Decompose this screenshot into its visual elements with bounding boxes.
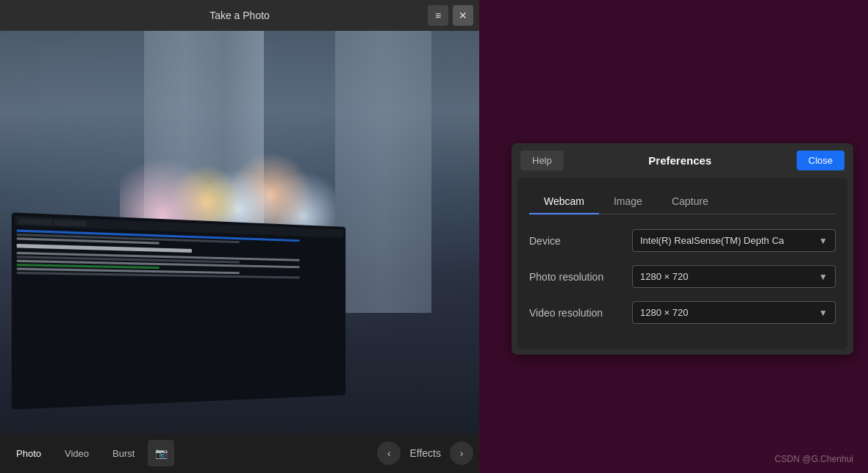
- computer-screen-prop: [11, 212, 345, 409]
- preferences-body: Webcam Image Capture Device Intel(R) Rea…: [517, 178, 847, 349]
- window-title: Take a Photo: [209, 10, 270, 21]
- camera-window: Take a Photo ≡ ✕: [0, 0, 479, 473]
- curtain-right: [335, 31, 431, 313]
- screen-content: [11, 212, 345, 409]
- title-bar-controls: ≡ ✕: [428, 5, 473, 26]
- tab-video[interactable]: Video: [54, 444, 99, 463]
- device-value: Intel(R) RealSense(TM) Depth Ca: [640, 235, 784, 246]
- screen-tab: [54, 219, 86, 225]
- screen-heading: [16, 244, 191, 253]
- camera-icon-button[interactable]: 📷: [148, 440, 174, 466]
- camera-preview: [0, 31, 479, 433]
- chevron-right-icon: ›: [460, 447, 464, 459]
- camera-toolbar: Photo Video Burst 📷 ‹ Effects ›: [0, 433, 479, 473]
- photo-resolution-label: Photo resolution: [529, 271, 632, 283]
- preferences-header: Help Preferences Close: [512, 143, 853, 178]
- tab-photo[interactable]: Photo: [6, 444, 51, 463]
- camera-feed: [0, 31, 479, 433]
- menu-button[interactable]: ≡: [428, 5, 448, 26]
- next-effects-button[interactable]: ›: [450, 441, 473, 465]
- photo-resolution-value: 1280 × 720: [640, 271, 688, 282]
- help-button[interactable]: Help: [520, 151, 564, 170]
- preferences-tabs: Webcam Image Capture: [529, 189, 836, 214]
- preferences-panel: Help Preferences Close Webcam Image Capt…: [512, 143, 853, 355]
- device-label: Device: [529, 235, 632, 247]
- video-resolution-label: Video resolution: [529, 307, 632, 319]
- device-row: Device Intel(R) RealSense(TM) Depth Ca ▼: [529, 229, 836, 252]
- preferences-title: Preferences: [570, 154, 791, 167]
- chevron-down-icon: ▼: [819, 272, 828, 282]
- effects-label: Effects: [403, 447, 447, 459]
- camera-icon: 📷: [155, 447, 168, 459]
- tab-burst[interactable]: Burst: [102, 444, 145, 463]
- csdn-watermark: CSDN @G.Chenhui: [775, 454, 853, 464]
- preferences-close-button[interactable]: Close: [797, 151, 844, 170]
- chevron-down-icon: ▼: [819, 308, 828, 318]
- tab-capture[interactable]: Capture: [657, 189, 723, 214]
- screen-text-area: [15, 228, 343, 406]
- photo-resolution-select[interactable]: 1280 × 720 ▼: [632, 265, 836, 288]
- chevron-left-icon: ‹: [387, 447, 391, 459]
- video-resolution-select[interactable]: 1280 × 720 ▼: [632, 301, 836, 324]
- video-resolution-value: 1280 × 720: [640, 307, 688, 318]
- tab-image[interactable]: Image: [599, 189, 657, 214]
- chevron-down-icon: ▼: [819, 236, 828, 246]
- prev-effects-button[interactable]: ‹: [377, 441, 401, 465]
- screen-tab: [18, 217, 52, 224]
- close-window-button[interactable]: ✕: [453, 5, 473, 26]
- title-bar: Take a Photo ≡ ✕: [0, 0, 479, 31]
- tab-webcam[interactable]: Webcam: [529, 189, 599, 214]
- video-resolution-row: Video resolution 1280 × 720 ▼: [529, 301, 836, 324]
- photo-resolution-row: Photo resolution 1280 × 720 ▼: [529, 265, 836, 288]
- device-select[interactable]: Intel(R) RealSense(TM) Depth Ca ▼: [632, 229, 836, 252]
